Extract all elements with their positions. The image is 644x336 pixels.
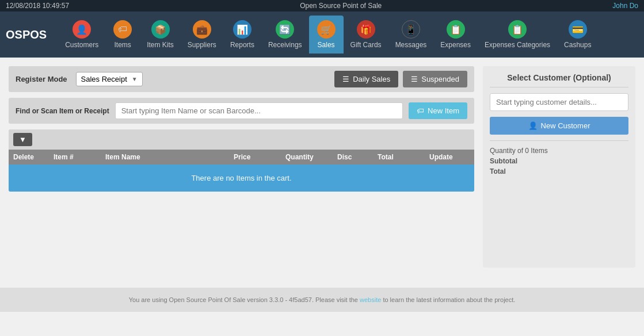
nav-item-items[interactable]: 🏷 Items [105,16,140,54]
suppliers-icon: 💼 [193,20,211,39]
customer-summary: Quantity of 0 Items Subtotal Total [490,140,628,177]
col-price: Price [234,153,285,161]
col-quantity: Quantity [285,153,337,161]
find-item-label: Find or Scan Item or Receipt [16,107,109,115]
right-panel: Select Customer (Optional) 👤 New Custome… [483,66,635,268]
nav-item-customers[interactable]: 👤 Customers [58,16,105,54]
register-mode-select[interactable]: Sales Receipt ▼ [76,72,143,86]
nav-label-giftcards: Gift Cards [350,41,382,49]
col-delete: Delete [13,153,54,161]
suspended-label: Suspended [421,75,459,83]
user-name[interactable]: John Do [612,2,638,10]
suspended-button[interactable]: ☰ Suspended [403,71,467,87]
nav-item-giftcards[interactable]: 🎁 Gift Cards [344,16,388,54]
nav-label-itemkits: Item Kits [147,41,174,49]
nav-label-messages: Messages [395,41,427,49]
nav-item-cashups[interactable]: 💳 Cashups [557,16,598,54]
daily-sales-list-icon: ☰ [342,75,349,83]
tag-icon: 🏷 [417,106,424,115]
datetime: 12/08/2018 10:49:57 [6,2,69,10]
cart-table-header: Delete Item # Item Name Price Quantity D… [9,150,474,165]
nav-item-itemkits[interactable]: 📦 Item Kits [140,16,181,54]
daily-sales-button[interactable]: ☰ Daily Sales [334,71,398,87]
reports-icon: 📊 [233,20,251,39]
select-customer-title: Select Customer (Optional) [490,73,628,87]
subtotal-row: Subtotal [490,156,628,166]
cashups-icon: 💳 [569,20,587,39]
left-panel: Register Mode Sales Receipt ▼ ☰ Daily Sa… [9,66,474,268]
suspended-list-icon: ☰ [411,75,418,83]
daily-sales-label: Daily Sales [353,75,390,83]
nav-label-receivings: Receivings [268,41,302,49]
nav-item-expenses[interactable]: 📋 Expenses [433,16,478,54]
col-disc: Disc [337,153,378,161]
new-customer-button[interactable]: 👤 New Customer [490,117,628,135]
itemkits-icon: 📦 [151,20,170,39]
sales-icon: 🛒 [317,20,336,39]
col-item-name: Item Name [105,153,234,161]
messages-icon: 📱 [402,20,420,39]
register-mode-value: Sales Receipt [81,75,127,83]
app-title: Open Source Point of Sale [300,2,382,10]
main-content: Register Mode Sales Receipt ▼ ☰ Daily Sa… [0,58,644,276]
cart-dropdown-button[interactable]: ▼ [13,133,32,146]
total-row: Total [490,166,628,177]
nav-label-items: Items [114,41,131,49]
customer-search-input[interactable] [490,93,628,111]
col-item-num: Item # [54,153,105,161]
footer-website-link[interactable]: website [360,296,381,303]
quantity-of-items: Quantity of 0 Items [490,146,628,156]
register-mode-bar: Register Mode Sales Receipt ▼ ☰ Daily Sa… [9,66,474,92]
footer-text1: You are using Open Source Point Of Sale … [129,296,360,303]
dropdown-caret-icon: ▼ [132,76,138,82]
nav-item-messages[interactable]: 📱 Messages [388,16,434,54]
total-label: Total [490,167,506,175]
new-customer-label: New Customer [541,121,590,130]
nav-label-sales: Sales [318,41,335,49]
nav-label-customers: Customers [65,41,98,49]
nav-item-sales[interactable]: 🛒 Sales [309,16,344,54]
nav-item-reports[interactable]: 📊 Reports [223,16,261,54]
new-item-button[interactable]: 🏷 New Item [409,102,467,119]
register-mode-label: Register Mode [16,75,67,83]
col-total: Total [378,153,429,161]
nav-items: 👤 Customers 🏷 Items 📦 Item Kits 💼 Suppli… [58,16,638,54]
receivings-icon: 🔄 [276,20,294,39]
nav-label-expensescats: Expenses Categories [485,41,550,49]
register-mode-actions: ☰ Daily Sales ☰ Suspended [334,71,467,87]
expenses-icon: 📋 [447,20,465,39]
new-item-label: New Item [428,106,459,115]
nav-label-reports: Reports [230,41,254,49]
find-item-input[interactable] [115,102,403,119]
expensescats-icon: 📋 [508,20,527,39]
person-icon: 👤 [528,121,538,130]
nav-label-expenses: Expenses [440,41,471,49]
nav-label-suppliers: Suppliers [188,41,216,49]
cart-toolbar: ▼ [9,129,474,150]
giftcards-icon: 🎁 [357,20,375,39]
nav-item-receivings[interactable]: 🔄 Receivings [261,16,309,54]
nav-item-suppliers[interactable]: 💼 Suppliers [181,16,223,54]
subtotal-label: Subtotal [490,157,517,165]
navbar: OSPOS 👤 Customers 🏷 Items 📦 Item Kits 💼 … [0,12,644,58]
dropdown-arrow-icon: ▼ [19,135,26,144]
col-update: Update [429,153,470,161]
cart-section: ▼ Delete Item # Item Name Price Quantity… [9,129,474,192]
status-bar: 12/08/2018 10:49:57 Open Source Point of… [0,0,644,12]
nav-item-expensescats[interactable]: 📋 Expenses Categories [478,16,557,54]
brand[interactable]: OSPOS [6,28,47,41]
find-item-bar: Find or Scan Item or Receipt 🏷 New Item [9,98,474,124]
footer: You are using Open Source Point Of Sale … [0,288,644,312]
items-icon: 🏷 [113,20,132,39]
nav-label-cashups: Cashups [564,41,591,49]
cart-empty-message: There are no Items in the cart. [9,165,474,192]
footer-text2: to learn the latest information about th… [381,296,515,303]
customers-icon: 👤 [73,20,91,39]
